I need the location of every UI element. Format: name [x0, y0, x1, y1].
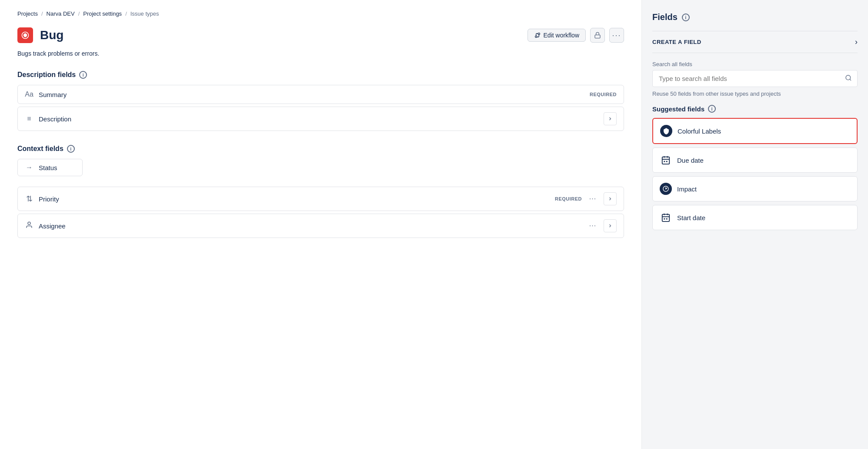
breadcrumb-projects[interactable]: Projects: [17, 10, 38, 17]
description-fields-title: Description fields i: [17, 71, 624, 79]
svg-rect-18: [666, 218, 668, 220]
breadcrumb-sep-1: /: [41, 10, 43, 17]
create-field-arrow-icon: ›: [855, 37, 858, 47]
chevron-right-icon-assignee: [608, 223, 613, 228]
due-date-icon: [660, 154, 672, 166]
impact-name: Impact: [677, 185, 697, 193]
summary-field-name: Summary: [39, 91, 67, 98]
assignee-field-row[interactable]: Assignee ···: [17, 214, 624, 238]
page-title: Bug: [40, 28, 63, 42]
svg-point-5: [846, 75, 851, 80]
chevron-right-icon-priority: [608, 196, 613, 201]
priority-field-name: Priority: [39, 195, 59, 203]
search-input-wrapper: [652, 70, 858, 87]
suggested-due-date[interactable]: Due date: [652, 147, 858, 173]
start-date-name: Start date: [677, 214, 705, 221]
description-field-row[interactable]: ≡ Description: [17, 107, 624, 131]
suggested-fields-list: Colorful Labels Due date: [652, 118, 858, 230]
fields-header: Fields i: [652, 12, 858, 22]
svg-rect-3: [595, 35, 600, 38]
status-field-name: Status: [39, 164, 57, 171]
priority-field-right: REQUIRED ···: [555, 192, 617, 205]
description-field-name: Description: [39, 115, 71, 123]
breadcrumb-narvadev[interactable]: Narva DEV: [47, 10, 75, 17]
assignee-more-button[interactable]: ···: [586, 219, 599, 232]
assignee-field-name: Assignee: [39, 222, 66, 230]
page-header: Bug Edit workflow ···: [17, 27, 624, 43]
priority-more-button[interactable]: ···: [586, 192, 599, 205]
priority-field-left: ⇅ Priority: [25, 194, 59, 204]
description-field-left: ≡ Description: [25, 115, 71, 123]
description-expand-button[interactable]: [604, 112, 617, 125]
search-section: Search all fields Reuse 50 fields from o…: [652, 61, 858, 97]
lock-button[interactable]: [590, 28, 605, 43]
page-title-area: Bug: [17, 27, 63, 43]
assignee-field-left: Assignee: [25, 221, 66, 231]
svg-line-6: [850, 79, 851, 80]
description-fields-label: Description fields: [17, 71, 76, 79]
suggested-colorful-labels[interactable]: Colorful Labels: [652, 118, 858, 144]
left-panel: Projects / Narva DEV / Project settings …: [0, 0, 642, 449]
priority-required-badge: REQUIRED: [555, 196, 582, 201]
magnify-icon: [845, 74, 852, 81]
assignee-field-right: ···: [586, 219, 617, 232]
summary-field-right: REQUIRED: [590, 92, 617, 97]
description-type-icon: ≡: [25, 115, 33, 123]
start-date-icon: [660, 211, 672, 224]
description-field-right: [604, 112, 617, 125]
suggested-fields-title: Suggested fields i: [652, 105, 858, 113]
summary-field-row[interactable]: Aa Summary REQUIRED: [17, 85, 624, 104]
svg-rect-7: [662, 157, 670, 164]
suggested-impact[interactable]: Impact: [652, 176, 858, 201]
priority-type-icon: ⇅: [25, 194, 33, 204]
priority-expand-button[interactable]: [604, 192, 617, 205]
priority-field-row[interactable]: ⇅ Priority REQUIRED ···: [17, 187, 624, 211]
breadcrumb-project-settings[interactable]: Project settings: [83, 10, 122, 17]
breadcrumb-sep-3: /: [125, 10, 127, 17]
more-button[interactable]: ···: [609, 28, 624, 43]
edit-workflow-button[interactable]: Edit workflow: [527, 29, 586, 42]
search-input[interactable]: [653, 70, 857, 87]
breadcrumb-sep-2: /: [78, 10, 80, 17]
svg-rect-17: [664, 218, 665, 220]
fields-info-icon[interactable]: i: [682, 13, 690, 21]
description-field-list: Aa Summary REQUIRED ≡ Description: [17, 85, 624, 131]
description-fields-info-icon[interactable]: i: [79, 71, 87, 79]
suggested-fields-label: Suggested fields: [652, 105, 704, 113]
breadcrumb: Projects / Narva DEV / Project settings …: [17, 10, 624, 17]
page-description: Bugs track problems or errors.: [17, 50, 624, 57]
shield-icon: [663, 127, 670, 134]
suggested-start-date[interactable]: Start date: [652, 205, 858, 230]
colorful-labels-name: Colorful Labels: [678, 127, 721, 135]
lock-icon: [594, 32, 601, 39]
summary-required-badge: REQUIRED: [590, 92, 617, 97]
assignee-expand-button[interactable]: [604, 219, 617, 232]
context-fields-title: Context fields i: [17, 145, 624, 153]
summary-type-icon: Aa: [25, 90, 33, 98]
svg-rect-12: [666, 161, 668, 162]
description-fields-section: Description fields i Aa Summary REQUIRED…: [17, 71, 624, 131]
status-type-icon: →: [25, 164, 33, 171]
create-field-label: CREATE A FIELD: [652, 39, 701, 45]
create-field-row[interactable]: CREATE A FIELD ›: [652, 31, 858, 53]
right-panel: Fields i CREATE A FIELD › Search all fie…: [642, 0, 868, 449]
context-field-list: → Status ⇅ Priority REQUIRED ···: [17, 159, 624, 238]
status-field-row[interactable]: → Status: [17, 159, 83, 176]
bug-icon: [21, 31, 30, 40]
svg-rect-13: [662, 214, 670, 222]
search-label: Search all fields: [652, 61, 858, 67]
search-icon[interactable]: [845, 74, 852, 83]
edit-workflow-label: Edit workflow: [544, 32, 579, 39]
breadcrumb-issue-types: Issue types: [130, 10, 159, 17]
chevron-right-icon: [608, 116, 613, 121]
impact-svg: [662, 185, 669, 192]
calendar-icon: [661, 155, 671, 165]
header-actions: Edit workflow ···: [527, 28, 624, 43]
colorful-labels-icon: [660, 125, 672, 137]
workflow-icon: [534, 32, 541, 39]
suggested-fields-info-icon[interactable]: i: [708, 105, 716, 113]
context-fields-info-icon[interactable]: i: [67, 145, 75, 153]
fields-panel-title: Fields: [652, 12, 678, 22]
svg-point-4: [28, 222, 30, 224]
start-calendar-icon: [661, 213, 671, 222]
